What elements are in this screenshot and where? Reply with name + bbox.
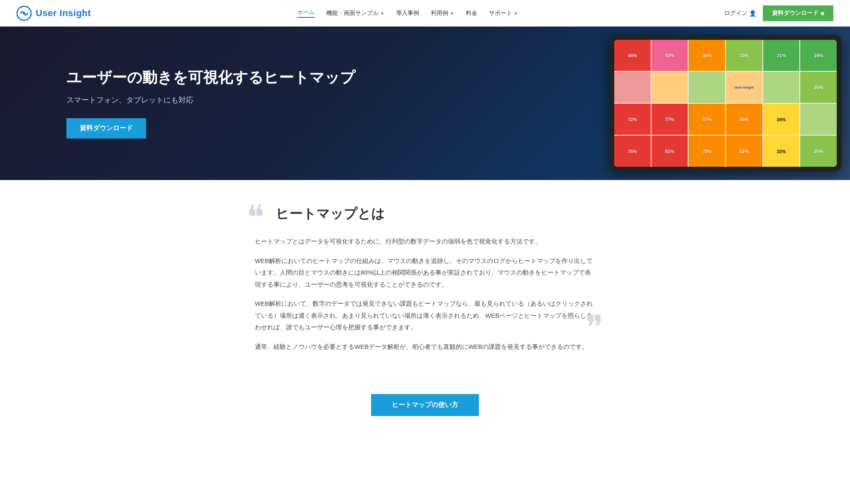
heat-cell: [763, 72, 800, 103]
tablet-visual: 48% 52% 45% 33% 21% 19% User Insight 25%…: [593, 27, 850, 180]
close-quote-icon: ❞: [586, 311, 603, 344]
paragraph-2: WEB解析においてのヒートマップの仕組みは、マウスの動きを追跡し、そのマウスのロ…: [255, 255, 595, 291]
heat-cell: 33%: [763, 136, 800, 167]
heat-cell: 67%: [689, 104, 725, 135]
heat-cell: User Insight: [726, 72, 762, 103]
chevron-down-icon: ▼: [514, 11, 518, 16]
main-nav: ホーム 機能・画面サンプル ▼ 導入事例 利用例 ▼ 料金 サポート ▼: [297, 9, 518, 18]
heat-cell: 77%: [652, 104, 688, 135]
header: User Insight ホーム 機能・画面サンプル ▼ 導入事例 利用例 ▼ …: [0, 0, 850, 27]
hero-section: ユーザーの動きを可視化するヒートマップ スマートフォン、タブレットにも対応 資料…: [0, 27, 850, 180]
heat-cell: 34%: [763, 104, 800, 135]
heat-cell: 76%: [614, 136, 651, 167]
nav-features[interactable]: 機能・画面サンプル ▼: [326, 10, 384, 17]
user-icon: 👤: [749, 10, 756, 17]
bottom-cta: ヒートマップの使い方: [0, 386, 850, 433]
hero-title: ユーザーの動きを可視化するヒートマップ: [66, 68, 355, 88]
section-body: ヒートマップとはデータを可視化するために、行列型の数字データの強弱を色で視覚化す…: [255, 236, 595, 353]
paragraph-4: 通常、経験とノウハウを必要とするWEBデータ解析が、初心者でも直観的にWEBの課…: [255, 341, 595, 353]
chevron-down-icon: ▼: [380, 11, 384, 16]
tablet-screen: 48% 52% 45% 33% 21% 19% User Insight 25%…: [614, 40, 837, 167]
header-download-button[interactable]: 資料ダウンロード ■: [763, 5, 833, 21]
heat-cell: 70%: [689, 136, 725, 167]
heatmap-section: ❝ ヒートマップとは ヒートマップとはデータを可視化するために、行列型の数字デー…: [255, 205, 595, 353]
heat-cell: 25%: [800, 136, 837, 167]
hero-download-button[interactable]: 資料ダウンロード: [66, 118, 146, 139]
heat-cell: [652, 72, 688, 103]
heat-cell: 48%: [614, 40, 651, 71]
section-title: ヒートマップとは: [276, 205, 595, 223]
heat-cell: [614, 72, 651, 103]
chevron-down-icon: ▼: [450, 11, 454, 16]
nav-pricing[interactable]: 料金: [466, 10, 477, 17]
nav-cases[interactable]: 導入事例: [396, 10, 419, 17]
tablet-frame: 48% 52% 45% 33% 21% 19% User Insight 25%…: [609, 35, 842, 172]
paragraph-3: WEB解析において、数字のデータでは発見できない課題もヒートマップなら、最も見ら…: [255, 298, 595, 334]
logo-area: User Insight: [17, 6, 91, 21]
nav-support[interactable]: サポート ▼: [489, 10, 518, 17]
main-content: ❝ ヒートマップとは ヒートマップとはデータを可視化するために、行列型の数字デー…: [238, 180, 612, 386]
heat-cell: 19%: [800, 40, 837, 71]
svg-point-1: [23, 12, 25, 15]
nav-home[interactable]: ホーム: [297, 9, 315, 18]
heatmap-usage-button[interactable]: ヒートマップの使い方: [371, 394, 479, 416]
logo-text: User Insight: [36, 8, 91, 19]
header-right: ログイン 👤 資料ダウンロード ■: [724, 5, 833, 21]
logo-icon: [17, 6, 32, 21]
heat-cell: 72%: [614, 104, 651, 135]
heat-cell: [800, 104, 837, 135]
heat-cell: 81%: [652, 136, 688, 167]
heat-cell: 55%: [726, 104, 762, 135]
heat-cell: 33%: [726, 40, 762, 71]
heat-cell: 25%: [800, 72, 837, 103]
paragraph-1: ヒートマップとはデータを可視化するために、行列型の数字データの強弱を色で視覚化す…: [255, 236, 595, 248]
heat-cell: 52%: [726, 136, 762, 167]
heat-cell: 21%: [763, 40, 800, 71]
login-button[interactable]: ログイン 👤: [724, 10, 756, 17]
heat-cell: 52%: [652, 40, 688, 71]
heat-cell: 45%: [689, 40, 725, 71]
heat-cell: [689, 72, 725, 103]
document-icon: ■: [821, 10, 824, 17]
hero-subtitle: スマートフォン、タブレットにも対応: [66, 95, 355, 105]
nav-examples[interactable]: 利用例 ▼: [431, 10, 454, 17]
hero-content: ユーザーの動きを可視化するヒートマップ スマートフォン、タブレットにも対応 資料…: [0, 68, 355, 139]
open-quote-icon: ❝: [247, 201, 264, 234]
